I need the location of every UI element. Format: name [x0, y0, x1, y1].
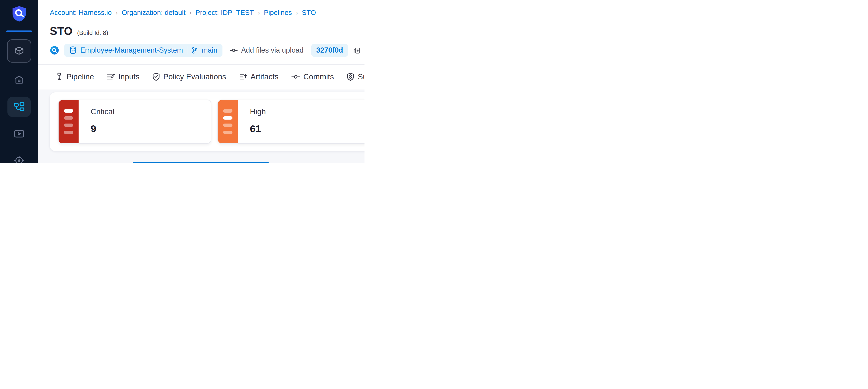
module-divider: [6, 30, 32, 32]
card-count: 9: [91, 123, 114, 135]
tab-supply-chain[interactable]: Supply Chain: [347, 65, 365, 90]
title-row: STO (Build Id: 8): [50, 25, 365, 37]
breadcrumb-sto[interactable]: STO: [302, 9, 316, 17]
card-label: Critical: [91, 107, 114, 116]
commits-tab-icon: [291, 74, 300, 80]
tab-policy-evaluations[interactable]: Policy Evaluations: [152, 65, 226, 90]
sidebar-item-module-cube[interactable]: [7, 39, 31, 63]
tab-pipeline[interactable]: Pipeline: [55, 65, 94, 90]
executions-icon: [13, 129, 25, 140]
commit-icon: [229, 47, 238, 54]
vulnerabilities-content: Critical9 High61 Medium48 Low6 Info0: [38, 90, 365, 163]
issues-header-row: Issues (Total 124): [50, 162, 365, 163]
severity-summary-panel: Critical9 High61 Medium48 Low6 Info0: [50, 92, 365, 151]
breadcrumb-separator: ›: [258, 9, 260, 17]
target-icon: [13, 155, 25, 163]
breadcrumb-separator: ›: [296, 9, 298, 17]
tab-inputs[interactable]: Inputs: [107, 65, 140, 90]
repo-row: </> Employee-Management-System main Add …: [50, 43, 365, 57]
artifacts-icon: [239, 73, 247, 81]
branch-name: main: [202, 46, 217, 54]
breadcrumb-separator: ›: [189, 9, 192, 17]
repo-branch-pill[interactable]: </> Employee-Management-System main: [64, 44, 222, 57]
summary-card-critical: Critical9: [58, 100, 211, 144]
pipeline-tab-icon: [55, 73, 63, 81]
inputs-tab-icon: [107, 73, 115, 81]
execution-tabbar: Pipeline Inputs Policy Evaluations Artif…: [38, 65, 365, 90]
sidebar-item-home[interactable]: [8, 70, 30, 89]
tab-artifacts[interactable]: Artifacts: [239, 65, 278, 90]
copy-icon: [353, 46, 361, 54]
repo-name: Employee-Management-System: [80, 46, 183, 54]
home-icon: [13, 74, 25, 86]
cube-icon: [13, 45, 25, 57]
svg-text:</>: </>: [71, 50, 75, 52]
supply-chain-icon: [347, 73, 354, 81]
summary-card-high: High61: [217, 100, 365, 144]
breadcrumb-separator: ›: [116, 9, 118, 17]
critical-severity-icon: [59, 100, 79, 143]
tab-commits[interactable]: Commits: [291, 65, 334, 90]
breadcrumb: Account: Harness.io › Organization: defa…: [50, 6, 365, 20]
repository-icon: </>: [69, 46, 76, 54]
sidebar: ? SD: [0, 0, 38, 163]
high-severity-icon: [218, 100, 238, 143]
commit-message: Add files via upload: [229, 46, 303, 54]
breadcrumb-account[interactable]: Account: Harness.io: [50, 9, 112, 17]
pipelines-icon: [13, 102, 25, 113]
commit-sha[interactable]: 3270f0d: [311, 44, 348, 57]
scan-source-icon: [50, 46, 59, 55]
build-id: (Build Id: 8): [77, 29, 108, 36]
sidebar-item-pipelines[interactable]: [7, 97, 31, 117]
sidebar-item-executions[interactable]: [8, 125, 30, 143]
branch-icon: [191, 47, 198, 54]
sidebar-item-targets[interactable]: [8, 151, 30, 163]
issues-search[interactable]: [131, 162, 271, 163]
breadcrumb-pipelines[interactable]: Pipelines: [264, 9, 292, 17]
sto-shield-logo[interactable]: [10, 4, 29, 23]
copy-sha-button[interactable]: [353, 46, 361, 54]
breadcrumb-project[interactable]: Project: IDP_TEST: [195, 9, 254, 17]
card-count: 61: [250, 123, 266, 135]
card-label: High: [250, 107, 266, 116]
pill-divider: [187, 46, 187, 54]
policy-shield-icon: [152, 73, 160, 81]
page-header: Account: Harness.io › Organization: defa…: [38, 0, 365, 65]
breadcrumb-org[interactable]: Organization: default: [122, 9, 186, 17]
page-title: STO: [50, 25, 72, 37]
app-window: ? SD Account: Harness.io › Organization:…: [0, 0, 365, 163]
main-area: Account: Harness.io › Organization: defa…: [38, 0, 365, 163]
